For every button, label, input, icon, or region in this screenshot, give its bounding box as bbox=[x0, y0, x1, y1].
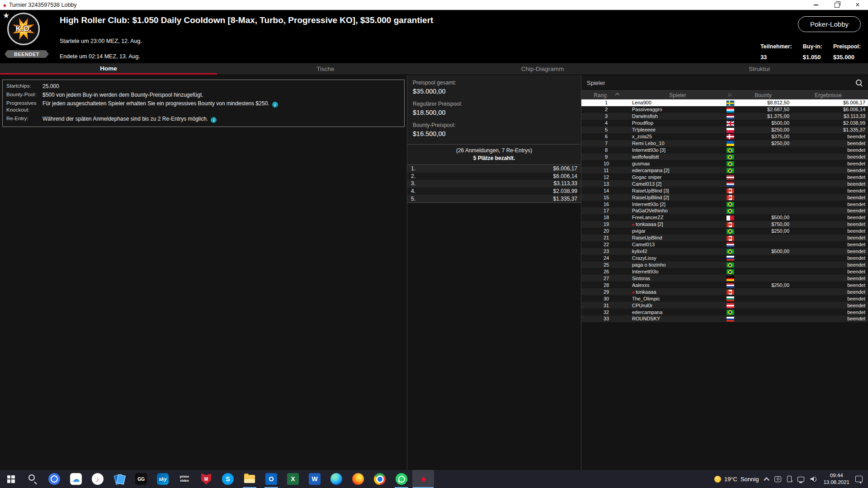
player-row[interactable]: 3Darwinsfish$1.375,00$3.113,33 bbox=[581, 113, 868, 120]
taskbar-cards-app-icon[interactable] bbox=[108, 470, 130, 488]
player-name: Camel013 bbox=[631, 242, 723, 247]
flag-de-icon bbox=[726, 276, 734, 281]
taskbar-icloud-icon[interactable]: ☁ bbox=[65, 470, 87, 488]
edge-glyph bbox=[330, 473, 342, 485]
taskbar-clock[interactable]: 09:44 13.08.2021 bbox=[823, 472, 849, 486]
player-row[interactable]: 7Remi Lebo_10$250,00beendet bbox=[581, 140, 868, 147]
player-row[interactable]: 13Camel013 [2]beendet bbox=[581, 180, 868, 187]
player-search-bar[interactable]: Spieler bbox=[581, 75, 868, 91]
player-row[interactable]: 11edercampana [2]beendet bbox=[581, 167, 868, 174]
flag-at-icon bbox=[726, 303, 734, 308]
favorite-star-icon[interactable]: ★ bbox=[3, 11, 9, 20]
player-row[interactable]: 8Internett93o [3]beendet bbox=[581, 147, 868, 154]
player-row[interactable]: 10gusmaabeendet bbox=[581, 160, 868, 167]
player-rank: 19 bbox=[581, 221, 631, 227]
column-flag flag-icon[interactable]: ⚐ bbox=[723, 92, 737, 99]
player-rank: 26 bbox=[581, 269, 631, 274]
info-icon[interactable]: i bbox=[272, 102, 278, 108]
taskbar-pokerstars-icon[interactable]: ♠ bbox=[412, 470, 434, 488]
restore-button[interactable] bbox=[826, 0, 847, 10]
column-rank[interactable]: Rang bbox=[581, 92, 631, 99]
flag-pl-icon bbox=[726, 128, 734, 133]
volume-icon[interactable] bbox=[810, 476, 817, 482]
mcafee-glyph: M bbox=[201, 474, 211, 484]
player-row[interactable]: 28Aalexxs$250,00beendet bbox=[581, 282, 868, 288]
tab-struktur[interactable]: Struktur bbox=[651, 63, 868, 75]
player-name: RaiseUpBlind [2] bbox=[631, 195, 723, 200]
player-row[interactable]: 20pvigar$250,00beendet bbox=[581, 228, 868, 235]
player-row[interactable]: 29♠tonkaaaabeendet bbox=[581, 288, 868, 295]
player-row[interactable]: 26Internett93obeendet bbox=[581, 268, 868, 275]
taskbar-firefox-icon[interactable] bbox=[347, 470, 369, 488]
player-row[interactable]: 4Proudflop$500,00$2.038,99 bbox=[581, 120, 868, 127]
info-icon[interactable]: i bbox=[211, 117, 217, 123]
taskbar-mcafee-icon[interactable]: M bbox=[195, 470, 217, 488]
player-row[interactable]: 21RaiseUpBlindbeendet bbox=[581, 235, 868, 241]
player-row[interactable]: 1Lena900$8.812,50$6.006,17 bbox=[581, 99, 868, 106]
player-row[interactable]: 25paga o tiozinhobeendet bbox=[581, 262, 868, 268]
tab-chip-diagramm[interactable]: Chip-Diagramm bbox=[434, 63, 651, 75]
taskbar-taskbar-search-icon[interactable] bbox=[22, 470, 43, 488]
search-icon[interactable] bbox=[855, 79, 863, 86]
weather-widget[interactable]: 19°C Sonnig bbox=[714, 476, 759, 483]
usb-device-icon[interactable] bbox=[787, 476, 792, 482]
network-icon[interactable] bbox=[797, 477, 804, 482]
player-row[interactable]: 9wolfofwallsttbeendet bbox=[581, 154, 868, 160]
payout-place: 4. bbox=[411, 188, 415, 194]
player-row[interactable]: 23kylix42$500,00beendet bbox=[581, 248, 868, 255]
player-row[interactable]: 12Gogac sniperbeendet bbox=[581, 174, 868, 180]
column-bounty[interactable]: Bounty bbox=[737, 92, 791, 99]
flag-br-icon bbox=[726, 161, 734, 166]
taskbar-whatsapp-icon[interactable] bbox=[391, 470, 412, 488]
player-row[interactable]: 33ROUNDSKYbeendet bbox=[581, 315, 868, 322]
tab-tische[interactable]: Tische bbox=[217, 63, 434, 75]
taskbar-ggpoker-icon[interactable]: GG bbox=[130, 470, 152, 488]
sun-icon bbox=[714, 476, 721, 483]
tray-chevron-up-icon[interactable] bbox=[764, 477, 770, 483]
player-row[interactable]: 32edercampanabeendet bbox=[581, 309, 868, 315]
player-row[interactable]: 22Camel013beendet bbox=[581, 241, 868, 248]
player-name: ♠tonkaaaa bbox=[631, 289, 723, 295]
player-row[interactable]: 18FreeLancerZZ$500,00beendet bbox=[581, 214, 868, 221]
taskbar-windows-start-icon[interactable] bbox=[0, 470, 22, 488]
player-row[interactable]: 5Tr!pleeeee$250,00$1.335,37 bbox=[581, 127, 868, 133]
taskbar-chrome-icon[interactable] bbox=[369, 470, 391, 488]
taskbar-skype-icon[interactable]: S bbox=[217, 470, 239, 488]
player-row[interactable]: 15RaiseUpBlind [2]beendet bbox=[581, 194, 868, 201]
player-row[interactable]: 31CPUrul0rbeendet bbox=[581, 302, 868, 309]
player-row[interactable]: 16Internett93o [2]beendet bbox=[581, 201, 868, 207]
taskbar-excel-icon[interactable]: X bbox=[282, 470, 304, 488]
stat-value: 33 bbox=[760, 54, 792, 61]
taskbar-prime-video-icon[interactable]: prime video bbox=[174, 470, 195, 488]
taskbar-file-explorer-icon[interactable] bbox=[239, 470, 260, 488]
player-row[interactable]: 27Sintorasbeendet bbox=[581, 275, 868, 282]
player-row[interactable]: 6x_zola25$375,00beendet bbox=[581, 133, 868, 140]
taskbar-itunes-icon[interactable]: ♪ bbox=[87, 470, 108, 488]
taskbar-edge-icon[interactable] bbox=[326, 470, 347, 488]
meet-now-icon[interactable] bbox=[774, 476, 781, 482]
tab-home[interactable]: Home bbox=[0, 63, 217, 75]
player-rank: 25 bbox=[581, 262, 631, 267]
minimize-button[interactable] bbox=[806, 0, 826, 10]
minimize-icon bbox=[814, 5, 818, 5]
player-row[interactable]: 14RaiseUpBlind [3]beendet bbox=[581, 187, 868, 194]
column-results[interactable]: Ergebnisse bbox=[791, 92, 868, 99]
close-button[interactable]: × bbox=[847, 0, 868, 10]
player-row[interactable]: 2Passiveaggro$2.687,50$6.006,14 bbox=[581, 106, 868, 113]
player-row[interactable]: 24CrazyLissybeendet bbox=[581, 255, 868, 262]
player-result: beendet bbox=[791, 181, 868, 187]
column-player[interactable]: Spieler bbox=[631, 92, 723, 99]
taskbar-word-icon[interactable]: W bbox=[304, 470, 326, 488]
tournament-stat: Preispool:$35.000 bbox=[833, 43, 861, 61]
player-row[interactable]: 17PaGaOVelhinhobeendet bbox=[581, 207, 868, 214]
player-rank: 30 bbox=[581, 296, 631, 301]
action-center-icon[interactable] bbox=[855, 476, 863, 482]
taskbar-sky-icon[interactable]: sky bbox=[152, 470, 174, 488]
chrome-glyph bbox=[374, 473, 386, 485]
player-result: beendet bbox=[791, 147, 868, 153]
poker-lobby-button[interactable]: Poker-Lobby bbox=[798, 16, 861, 32]
player-row[interactable]: 30The_Olimpicbeendet bbox=[581, 295, 868, 302]
taskbar-signal-icon[interactable] bbox=[43, 470, 65, 488]
player-row[interactable]: 19♠tonkaaaa [2]$750,00beendet bbox=[581, 221, 868, 228]
taskbar-outlook-icon[interactable]: O bbox=[260, 470, 282, 488]
